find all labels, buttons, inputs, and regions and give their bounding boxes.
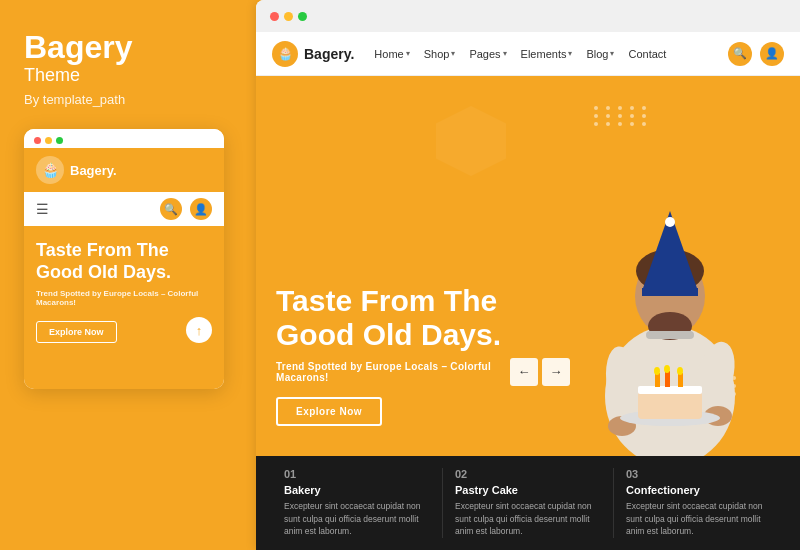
brand-author: By template_path: [24, 92, 125, 107]
mobile-nav-row: ☰ 🔍 👤: [24, 192, 224, 226]
mobile-upload-icon[interactable]: ↑: [186, 317, 212, 343]
svg-point-20: [677, 367, 683, 375]
mobile-user-icon[interactable]: 👤: [190, 198, 212, 220]
mobile-hero-title: Taste From The Good Old Days.: [36, 240, 212, 283]
brand-title: Bagery: [24, 30, 133, 65]
desktop-search-icon[interactable]: 🔍: [728, 42, 752, 66]
mobile-top-bar: [24, 129, 224, 148]
bottom-item-pastry: 02 Pastry Cake Excepteur sint occaecat c…: [443, 468, 614, 538]
left-panel: Bagery Theme By template_path 🧁 Bagery. …: [0, 0, 248, 550]
bottom-item-title-3: Confectionery: [626, 484, 772, 496]
mobile-logo-text: Bagery.: [70, 163, 117, 178]
svg-rect-15: [655, 373, 660, 387]
desktop-preview: 🧁 Bagery. Home ▾ Shop ▾ Pages ▾ Elements…: [256, 0, 800, 550]
bottom-item-number-2: 02: [455, 468, 601, 480]
desktop-user-icon[interactable]: 👤: [760, 42, 784, 66]
svg-point-18: [654, 367, 660, 375]
person-illustration: [570, 176, 770, 456]
mobile-mockup: 🧁 Bagery. ☰ 🔍 👤 Taste From The Good Old …: [24, 129, 224, 389]
bottom-item-desc-1: Excepteur sint occaecat cupidat non sunt…: [284, 500, 430, 538]
bottom-item-number-1: 01: [284, 468, 430, 480]
bottom-item-desc-3: Excepteur sint occaecat cupidat non sunt…: [626, 500, 772, 538]
hero-subtitle: Trend Spotted by Europe Locals – Colorfu…: [276, 361, 516, 383]
mobile-icons: 🔍 👤: [160, 198, 212, 220]
nav-link-blog[interactable]: Blog ▾: [586, 48, 614, 60]
desktop-bottom-bar: 01 Bakery Excepteur sint occaecat cupida…: [256, 456, 800, 550]
hex-decoration-1: [436, 106, 506, 176]
desktop-logo-icon: 🧁: [272, 41, 298, 67]
mobile-logo-icon: 🧁: [36, 156, 64, 184]
person-svg: [570, 176, 770, 456]
mobile-dot-yellow: [45, 137, 52, 144]
svg-rect-17: [678, 373, 683, 387]
browser-dot-red: [270, 12, 279, 21]
mobile-logo-area: 🧁 Bagery.: [36, 156, 117, 184]
mobile-hero-sub: Trend Spotted by Europe Locals – Colorfu…: [36, 289, 212, 307]
mobile-explore-button[interactable]: Explore Now: [36, 321, 117, 343]
mobile-dot-green: [56, 137, 63, 144]
bottom-item-title-2: Pastry Cake: [455, 484, 601, 496]
dots-decoration-1: [594, 106, 650, 126]
desktop-nav-icons: 🔍 👤: [728, 42, 784, 66]
nav-link-pages[interactable]: Pages ▾: [469, 48, 506, 60]
svg-point-6: [665, 217, 675, 227]
nav-link-home[interactable]: Home ▾: [374, 48, 409, 60]
carousel-arrows: ← →: [510, 358, 570, 386]
bottom-item-desc-2: Excepteur sint occaecat cupidat non sunt…: [455, 500, 601, 538]
hero-explore-button[interactable]: Explore Now: [276, 397, 382, 426]
hamburger-icon[interactable]: ☰: [36, 201, 49, 217]
svg-point-19: [664, 365, 670, 373]
desktop-hero: Taste From The Good Old Days. Trend Spot…: [256, 76, 800, 456]
browser-top-bar: [256, 0, 800, 32]
desktop-logo-text: Bagery.: [304, 46, 354, 62]
mobile-header: 🧁 Bagery.: [24, 148, 224, 192]
bottom-item-number-3: 03: [626, 468, 772, 480]
browser-dot-yellow: [284, 12, 293, 21]
svg-rect-14: [638, 386, 702, 394]
bottom-item-title-1: Bakery: [284, 484, 430, 496]
svg-rect-13: [638, 391, 702, 419]
mobile-search-icon[interactable]: 🔍: [160, 198, 182, 220]
svg-rect-5: [642, 288, 698, 296]
hero-content: Taste From The Good Old Days. Trend Spot…: [256, 264, 536, 456]
hero-title: Taste From The Good Old Days.: [276, 284, 516, 353]
carousel-next-button[interactable]: →: [542, 358, 570, 386]
brand-subtitle: Theme: [24, 65, 80, 86]
nav-link-elements[interactable]: Elements ▾: [521, 48, 573, 60]
nav-link-shop[interactable]: Shop ▾: [424, 48, 456, 60]
bottom-item-bakery: 01 Bakery Excepteur sint occaecat cupida…: [272, 468, 443, 538]
browser-dot-green: [298, 12, 307, 21]
mobile-hero: Taste From The Good Old Days. Trend Spot…: [24, 226, 224, 389]
svg-rect-7: [646, 331, 694, 339]
carousel-prev-button[interactable]: ←: [510, 358, 538, 386]
svg-rect-16: [665, 371, 670, 387]
mobile-dot-red: [34, 137, 41, 144]
desktop-nav: 🧁 Bagery. Home ▾ Shop ▾ Pages ▾ Elements…: [256, 32, 800, 76]
nav-link-contact[interactable]: Contact: [628, 48, 666, 60]
desktop-nav-logo: 🧁 Bagery.: [272, 41, 354, 67]
desktop-nav-links: Home ▾ Shop ▾ Pages ▾ Elements ▾ Blog ▾ …: [374, 48, 728, 60]
bottom-item-confectionery: 03 Confectionery Excepteur sint occaecat…: [614, 468, 784, 538]
